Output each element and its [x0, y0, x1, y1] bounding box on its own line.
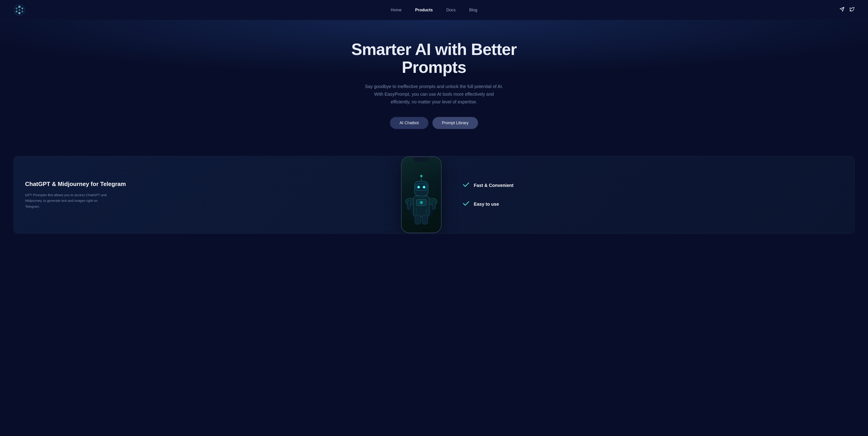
feature-item-1: Easy to use: [462, 199, 843, 209]
nav-docs[interactable]: Docs: [446, 8, 456, 12]
svg-point-26: [421, 202, 422, 203]
svg-point-19: [19, 9, 20, 11]
check-icon-0: [462, 180, 470, 190]
phone-screen: [402, 157, 441, 233]
svg-rect-40: [415, 215, 421, 224]
feature-item-label-1: Easy to use: [474, 202, 499, 207]
svg-point-33: [418, 187, 419, 187]
navbar-social: [839, 7, 855, 13]
svg-rect-37: [419, 195, 424, 197]
hero-subtitle: Say goodbye to ineffective prompts and u…: [364, 83, 504, 106]
feature-section: ChatGPT & Midjourney for Telegram GPT Pr…: [13, 156, 855, 233]
nav-blog[interactable]: Blog: [469, 8, 477, 12]
nav-products[interactable]: Products: [415, 8, 433, 12]
svg-rect-39: [432, 200, 435, 209]
ai-chatbot-button[interactable]: AI Chatbot: [390, 117, 428, 129]
hero-section: Smarter AI with Better Prompts Say goodb…: [0, 20, 868, 147]
prompt-library-button[interactable]: Prompt Library: [432, 117, 478, 129]
feature-description: GPT Prompter Bot allows you to access Ch…: [25, 192, 111, 209]
svg-rect-41: [422, 215, 428, 224]
feature-title: ChatGPT & Midjourney for Telegram: [25, 180, 381, 187]
telegram-icon: [839, 7, 844, 12]
navbar-logo-area: [13, 4, 25, 16]
twitter-link[interactable]: [849, 7, 855, 13]
svg-rect-23: [413, 196, 429, 216]
feature-text-area: ChatGPT & Midjourney for Telegram GPT Pr…: [14, 156, 392, 233]
feature-item-0: Fast & Convenient: [462, 180, 843, 190]
phone-mockup: [401, 156, 442, 233]
telegram-link[interactable]: [839, 7, 844, 13]
twitter-icon: [849, 7, 855, 12]
hero-buttons: AI Chatbot Prompt Library: [390, 117, 478, 129]
nav-home[interactable]: Home: [391, 8, 401, 12]
hero-title: Smarter AI with Better Prompts: [332, 40, 536, 76]
phone-notch: [413, 157, 429, 162]
logo-icon[interactable]: [13, 4, 25, 16]
svg-point-36: [420, 175, 423, 177]
navbar: Home Products Docs Blog: [0, 0, 868, 20]
robot-illustration: [403, 163, 439, 227]
navbar-links: Home Products Docs Blog: [391, 8, 477, 12]
check-icon-1: [462, 199, 470, 209]
feature-items-area: Fast & Convenient Easy to use: [451, 156, 854, 233]
svg-rect-38: [407, 200, 410, 209]
svg-point-34: [424, 187, 425, 187]
feature-item-label-0: Fast & Convenient: [474, 183, 514, 188]
feature-phone-area: [392, 156, 451, 233]
